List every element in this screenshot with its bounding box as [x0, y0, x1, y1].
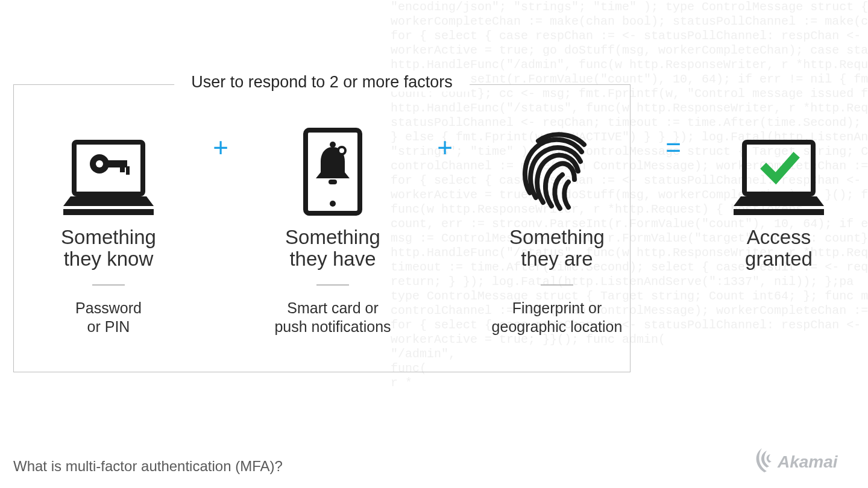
plus-operator: + — [204, 96, 237, 199]
factor-are: Something they are Fingerprint or geogra… — [462, 114, 652, 336]
caption: What is multi-factor authentication (MFA… — [13, 458, 283, 475]
svg-rect-0 — [74, 142, 143, 194]
factor-know: Something they know Password or PIN — [13, 114, 204, 336]
laptop-check-icon — [728, 114, 830, 217]
divider — [92, 284, 125, 286]
factor-title: Something they are — [509, 227, 605, 270]
svg-point-3 — [96, 160, 103, 167]
svg-rect-5 — [120, 166, 125, 172]
svg-point-9 — [330, 142, 336, 148]
plus-operator: + — [428, 96, 462, 199]
factors-legend: User to respond to 2 or more factors — [174, 73, 470, 92]
factor-sub: Smart card or push notifications — [274, 299, 391, 336]
divider — [541, 284, 573, 286]
fingerprint-icon — [512, 114, 602, 217]
result-title: Access granted — [745, 227, 813, 270]
svg-rect-6 — [126, 166, 130, 175]
svg-point-8 — [330, 201, 336, 207]
equals-operator: = — [652, 96, 694, 199]
svg-text:Akamai: Akamai — [777, 452, 838, 471]
laptop-key-icon — [57, 114, 160, 217]
akamai-logo: Akamai — [753, 446, 856, 477]
svg-point-11 — [338, 147, 345, 154]
factor-have: Something they have Smart card or push n… — [237, 114, 428, 336]
factor-title: Something they have — [285, 227, 380, 270]
result-access-granted: Access granted — [694, 114, 863, 270]
svg-rect-10 — [329, 180, 337, 184]
factor-sub: Fingerprint or geographic location — [492, 299, 623, 336]
phone-bell-icon — [300, 114, 366, 217]
factor-sub: Password or PIN — [75, 299, 142, 336]
mfa-equation-row: Something they know Password or PIN + So… — [13, 114, 855, 374]
factor-title: Something they know — [61, 227, 156, 270]
divider — [316, 284, 349, 286]
svg-rect-12 — [744, 142, 813, 194]
